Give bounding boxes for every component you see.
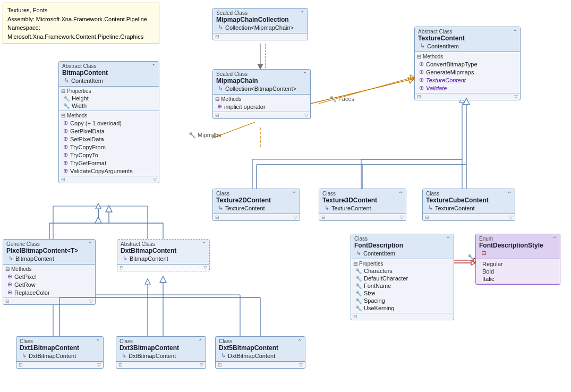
bitmap-content-title: BitmapContent — [62, 69, 108, 76]
tcc-title: TextureCubeContent — [426, 197, 489, 204]
fds-title: FontDescriptionStyle — [479, 242, 543, 249]
svg-marker-49 — [258, 64, 263, 69]
note-text: Textures, Fonts Assembly: Microsoft.Xna.… — [7, 7, 147, 40]
dxt3-bitmap-content-box: Class Dxt3BitmapContent ↳ DxtBitmapConte… — [116, 336, 206, 369]
faces-label: 🔧 Faces — [329, 96, 354, 103]
d5-stereotype: Class — [219, 338, 278, 344]
texture2d-content-box: Class Texture2DContent ↳ TextureContent … — [212, 189, 300, 221]
pbc-stereotype: Generic Class — [6, 241, 78, 247]
bitmap-content-methods: ⊟ Methods ⊕Copy (+ 1 overload) ⊕GetPixel… — [59, 111, 159, 176]
texture-content-methods: ⊟ Methods ⊕ConvertBitmapType ⊕GenerateMi… — [415, 52, 520, 93]
texture3d-content-box: Class Texture3DContent ↳ TextureContent … — [319, 189, 406, 221]
mcc-title: MipmapChainCollection — [216, 16, 296, 23]
svg-marker-26 — [410, 75, 414, 80]
diagram-canvas: Textures, Fonts Assembly: Microsoft.Xna.… — [0, 0, 571, 392]
mipmapchain-header: Sealed Class MipmapChain ↳ Collection<Bi… — [213, 70, 310, 95]
tc-stereotype: Abstract Class — [418, 29, 465, 35]
bitmap-content-box: Abstract Class BitmapContent ↳ ContentIt… — [58, 61, 159, 183]
bitmap-content-footer: ⊟ ▽ — [59, 176, 159, 183]
bitmap-content-header: Abstract Class BitmapContent ↳ ContentIt… — [59, 62, 159, 87]
dxt-bitmap-content-box: Abstract Class DxtBitmapContent ↳ Bitmap… — [117, 239, 210, 271]
t2d-title: Texture2DContent — [216, 197, 271, 204]
svg-marker-8 — [96, 203, 101, 209]
d3-title: Dxt3BitmapContent — [120, 344, 179, 352]
font-description-style-box: Enum FontDescriptionStyle ⊟ ⌃ Regular Bo… — [475, 234, 560, 285]
d1-title: Dxt1BitmapContent — [20, 344, 79, 352]
bitmap-content-properties: ⊟ Properties 🔧 Height 🔧 Width — [59, 87, 159, 111]
mipmapchain-collection-header: Sealed Class MipmapChainCollection ↳ Col… — [213, 8, 308, 33]
mipmapchain-box: Sealed Class MipmapChain ↳ Collection<Bi… — [212, 69, 311, 119]
dbc-title: DxtBitmapContent — [121, 247, 176, 254]
t3d-title: Texture3DContent — [322, 197, 377, 204]
mcc-stereotype: Sealed Class — [216, 10, 296, 16]
note-box: Textures, Fonts Assembly: Microsoft.Xna.… — [3, 3, 159, 44]
fd-properties: ⊟ Properties 🔧Characters 🔧DefaultCharact… — [351, 259, 454, 313]
d5-title: Dxt5BitmapContent — [219, 344, 278, 352]
t3d-stereotype: Class — [322, 191, 377, 197]
d3-stereotype: Class — [120, 338, 179, 344]
pbc-methods: ⊟ Methods ⊕GetPixel ⊕GetRow ⊕ReplaceColo… — [3, 265, 95, 298]
bitmap-content-collapse[interactable]: ⌃ — [151, 63, 156, 69]
mipmapchain-collection-box: Sealed Class MipmapChainCollection ↳ Col… — [212, 8, 308, 40]
svg-marker-34 — [106, 206, 112, 212]
texture-cube-content-box: Class TextureCubeContent ↳ TextureConten… — [422, 189, 515, 221]
prop-height: 🔧 Height — [61, 95, 157, 102]
tc-title: TextureContent — [418, 35, 465, 42]
svg-marker-3 — [95, 217, 101, 223]
svg-marker-41 — [160, 276, 166, 283]
svg-line-50 — [311, 79, 414, 104]
tcc-stereotype: Class — [426, 191, 489, 197]
mc-title: MipmapChain — [216, 77, 299, 84]
mc-stereotype: Sealed Class — [216, 71, 299, 77]
svg-marker-51 — [408, 78, 414, 83]
mipmaps-label: 🔧 Mipmaps — [189, 132, 221, 139]
fd-stereotype: Class — [354, 236, 403, 242]
texture-content-box: Abstract Class TextureContent ↳ ContentI… — [414, 27, 521, 100]
mcc-footer: ⊟ — [213, 33, 308, 40]
dxt1-bitmap-content-box: Class Dxt1BitmapContent ↳ DxtBitmapConte… — [16, 336, 104, 369]
pbc-title: PixelBitmapContent<T> — [6, 247, 78, 254]
t2d-stereotype: Class — [216, 191, 271, 197]
d1-stereotype: Class — [20, 338, 79, 344]
fd-title: FontDescription — [354, 242, 403, 249]
dxt5-bitmap-content-box: Class Dxt5BitmapContent ↳ DxtBitmapConte… — [215, 336, 305, 369]
dbc-stereotype: Abstract Class — [121, 241, 176, 247]
bitmap-content-stereotype: Abstract Class — [62, 63, 108, 69]
font-description-box: Class FontDescription ↳ ContentItem ⌃ ⊟ … — [351, 234, 454, 320]
mipmapchain-methods: ⊟ Methods ⊕implicit operator — [213, 95, 310, 112]
fds-items: Regular Bold Italic — [476, 259, 560, 284]
bitmap-content-inherits: ↳ ContentItem — [62, 76, 108, 84]
fds-stereotype: Enum — [479, 236, 543, 242]
svg-marker-54 — [471, 261, 475, 265]
prop-width: 🔧 Width — [61, 102, 157, 109]
pixel-bitmap-content-box: Generic Class PixelBitmapContent<T> ↳ Bi… — [3, 239, 96, 305]
svg-marker-15 — [145, 279, 150, 284]
